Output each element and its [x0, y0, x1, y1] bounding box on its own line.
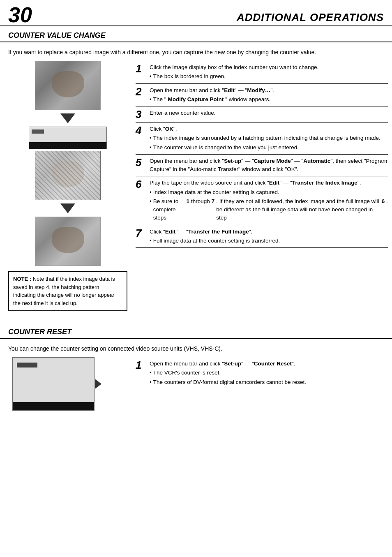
step-6-number: 6 [136, 179, 147, 190]
left-column-2 [4, 357, 131, 411]
page: 30 ADDITIONAL OPERATIONS COUNTER VALUE C… [0, 0, 392, 557]
step-4: 4 Click "OK". The index image is surroun… [136, 122, 388, 155]
note-label: NOTE : [13, 276, 31, 282]
hatch-image [35, 151, 101, 200]
header: 30 ADDITIONAL OPERATIONS [0, 0, 392, 26]
reset-step-1-number: 1 [136, 360, 147, 370]
step-4-bullet-2: The counter value is changed to the valu… [150, 143, 388, 152]
step-2-bullet-1: The "Modify Capture Point" window appear… [150, 95, 388, 104]
step-4-bullet-1: The index image is surrounded by a hatch… [150, 134, 388, 142]
main-content: NOTE : Note that if the index image data… [0, 61, 392, 319]
step-4-number: 4 [136, 125, 147, 136]
arrow-down-1 [60, 113, 75, 123]
step-1-bullet-1: The box is bordered in green. [150, 72, 388, 81]
step-7-number: 7 [136, 228, 147, 238]
counter-bar-top [17, 363, 37, 367]
step-3-content: Enter a new counter value. [150, 109, 388, 117]
right-column: 1 Click the image display box of the ind… [136, 61, 388, 314]
step-2: 2 Open the menu bar and click "Edit" — "… [136, 84, 388, 107]
step-2-content: Open the menu bar and click "Edit" — "Mo… [150, 86, 388, 104]
arrow-down-2 [60, 203, 75, 213]
main-content2: 1 Open the menu bar and click "Set-up" —… [0, 357, 392, 415]
step-7: 7 Click "Edit" — "Transfer the Full Imag… [136, 225, 388, 248]
note-box: NOTE : Note that if the index image data… [8, 271, 127, 311]
counter-arrow-right [95, 379, 101, 389]
page-number: 30 [8, 4, 32, 25]
reset-step-1: 1 Open the menu bar and click "Set-up" —… [136, 357, 388, 389]
section2-description: You can change the counter setting on co… [0, 342, 392, 357]
step-7-bullet-1: Full image data at the counter setting i… [150, 237, 388, 245]
header-title: ADDITIONAL OPERATIONS [40, 11, 384, 25]
step-7-content: Click "Edit" — "Transfer the Full Image"… [150, 228, 388, 245]
step-1-content: Click the image display box of the index… [150, 63, 388, 81]
step-1: 1 Click the image display box of the ind… [136, 61, 388, 84]
section1-description: If you want to replace a captured image … [0, 46, 392, 61]
step-2-number: 2 [136, 86, 147, 97]
bottom-image [35, 217, 101, 266]
section2: COUNTER RESET You can change the counter… [0, 325, 392, 415]
step-5: 5 Open the menu bar and click "Set-up" —… [136, 155, 388, 177]
section2-title: COUNTER RESET [0, 325, 392, 339]
step-3-number: 3 [136, 109, 147, 120]
step-4-content: Click "OK". The index image is surrounde… [150, 125, 388, 152]
face-image-1 [35, 61, 100, 110]
face-image-2 [35, 217, 100, 266]
reset-step-1-content: Open the menu bar and click "Set-up" — "… [150, 360, 388, 386]
section1-title: COUNTER VALUE CHANGE [0, 29, 392, 42]
reset-step-1-bullet-1: The VCR's counter is reset. [150, 369, 388, 377]
left-column: NOTE : Note that if the index image data… [4, 61, 131, 314]
step-5-number: 5 [136, 157, 147, 168]
black-bar [29, 142, 106, 149]
step-6-bullet-2: Be sure to complete steps 1 through 7. I… [150, 197, 388, 222]
step-6-content: Play the tape on the video source unit a… [150, 179, 388, 222]
step-6-bullet-1: Index image data at the counter setting … [150, 188, 388, 196]
face-image-hatch [35, 151, 100, 200]
top-image [35, 61, 101, 110]
mid-image-box [29, 127, 107, 149]
step-6: 6 Play the tape on the video source unit… [136, 176, 388, 225]
step-3: 3 Enter a new counter value. [136, 106, 388, 122]
right-column-2: 1 Open the menu bar and click "Set-up" —… [136, 357, 388, 411]
reset-step-1-bullet-2: The counters of DV-format digital camcor… [150, 378, 388, 386]
indicator-bar [32, 129, 44, 134]
step-1-number: 1 [136, 63, 147, 74]
counter-bar-bottom [13, 402, 94, 410]
step-5-content: Open the menu bar and click "Set-up" — "… [150, 157, 388, 174]
counter-image-box [12, 357, 95, 411]
